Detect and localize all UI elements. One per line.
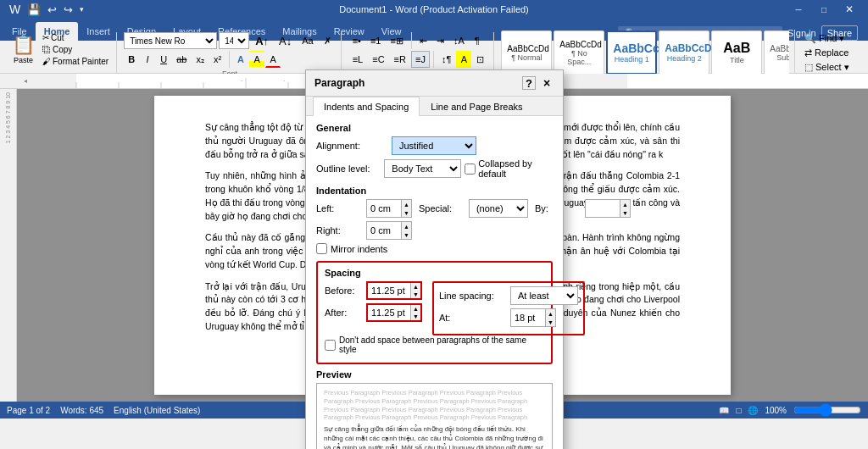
subscript-button[interactable]: x₂ xyxy=(192,51,209,68)
style-subtitle[interactable]: AaBbCcDd Subtitle xyxy=(764,30,789,75)
sort-button[interactable]: ↕A xyxy=(449,32,469,49)
left-indent-down[interactable]: ▼ xyxy=(402,208,411,217)
print-layout-button[interactable]: □ xyxy=(736,406,741,415)
grow-font-button[interactable]: A↑ xyxy=(251,32,273,49)
collapsed-checkbox[interactable] xyxy=(465,164,476,175)
zoom-slider[interactable] xyxy=(793,405,861,415)
indentation-section: Indentation Left: ▲ ▼ Special: xyxy=(316,186,553,254)
preview-section: Preview Previous Paragraph Previous Para… xyxy=(316,369,553,419)
copy-button[interactable]: ⿻ Copy xyxy=(40,44,111,55)
before-input[interactable] xyxy=(368,283,410,298)
minimize-button[interactable]: ─ xyxy=(787,0,810,19)
save-icon[interactable]: 💾 xyxy=(25,2,43,18)
right-indent-input[interactable] xyxy=(367,222,401,239)
styles-row: AaBbCcDd ¶ Normal AaBbCcDd ¶ No Spac... … xyxy=(501,30,789,75)
numbering-button[interactable]: ≡1 xyxy=(366,32,386,49)
quick-access-toolbar: W 💾 ↩ ↪ ▾ xyxy=(7,1,86,18)
after-label: After: xyxy=(325,308,363,318)
shading-button[interactable]: A xyxy=(456,51,471,68)
outline-select[interactable]: Body Text xyxy=(384,159,461,178)
before-up[interactable]: ▲ xyxy=(411,283,420,291)
borders-button[interactable]: ⊡ xyxy=(472,51,488,68)
by-up[interactable]: ▲ xyxy=(620,200,630,208)
at-input[interactable] xyxy=(511,309,545,326)
replace-button[interactable]: ⇄ Replace xyxy=(802,47,860,59)
increase-indent-button[interactable]: ⇥ xyxy=(432,32,448,49)
align-left-button[interactable]: ≡L xyxy=(348,51,368,68)
bold-button[interactable]: B xyxy=(124,51,139,68)
clear-format-button[interactable]: ✗ xyxy=(320,32,336,49)
bullets-button[interactable]: ≡• xyxy=(348,32,365,49)
at-down[interactable]: ▼ xyxy=(546,318,555,326)
line-spacing-button[interactable]: ↕¶ xyxy=(437,51,455,68)
paste-button[interactable]: 📋 Paste xyxy=(8,32,38,73)
font-size-select[interactable]: 14 xyxy=(219,32,249,49)
style-normal[interactable]: AaBbCcDd ¶ Normal xyxy=(501,30,552,75)
line-spacing-row: Line spacing: At least xyxy=(439,286,578,305)
restore-button[interactable]: □ xyxy=(812,0,836,19)
special-select[interactable]: (none) xyxy=(469,199,528,218)
right-indent-down[interactable]: ▼ xyxy=(402,230,411,239)
select-button[interactable]: ⬚ Select ▾ xyxy=(802,61,860,74)
separator xyxy=(433,51,434,68)
by-input[interactable] xyxy=(586,200,620,217)
dialog-help-icon[interactable]: ? xyxy=(522,76,536,90)
show-marks-button[interactable]: ¶ xyxy=(470,32,485,49)
font-name-select[interactable]: Times New Ro xyxy=(124,32,217,49)
web-layout-button[interactable]: 🌐 xyxy=(748,406,758,415)
undo-icon[interactable]: ↩ xyxy=(45,2,59,18)
cut-button[interactable]: ✂ Cut xyxy=(40,32,111,43)
at-spin: ▲ ▼ xyxy=(510,308,556,327)
text-highlight-button[interactable]: A xyxy=(249,51,264,68)
dont-add-space-checkbox[interactable] xyxy=(325,340,336,351)
right-indent-spin: ▲ ▼ xyxy=(366,221,412,240)
change-case-button[interactable]: Aa xyxy=(298,32,317,49)
left-indent-up[interactable]: ▲ xyxy=(402,200,411,208)
mirror-indents-checkbox[interactable] xyxy=(316,243,327,254)
close-button[interactable]: ✕ xyxy=(837,0,861,19)
dialog-close-button[interactable]: × xyxy=(539,75,554,91)
right-indent-row: Right: ▲ ▼ xyxy=(316,221,553,240)
multilevel-button[interactable]: ≡⊞ xyxy=(387,32,408,49)
justify-button[interactable]: ≡J xyxy=(411,51,430,68)
replace-icon: ⇄ xyxy=(804,47,812,58)
customize-qat-icon[interactable]: ▾ xyxy=(77,3,86,15)
right-indent-up[interactable]: ▲ xyxy=(402,222,411,230)
outline-row: Outline level: Body Text Collapsed by de… xyxy=(316,158,553,179)
after-up[interactable]: ▲ xyxy=(411,305,420,313)
underline-button[interactable]: U xyxy=(156,51,171,68)
shrink-font-button[interactable]: A↓ xyxy=(275,32,296,49)
redo-icon[interactable]: ↪ xyxy=(61,2,75,18)
style-title[interactable]: AaB Title xyxy=(711,30,762,75)
align-center-button[interactable]: ≡C xyxy=(368,51,388,68)
alignment-select[interactable]: Justified xyxy=(392,136,476,155)
find-icon: 🔍 xyxy=(804,33,816,44)
by-down[interactable]: ▼ xyxy=(620,208,630,217)
decrease-indent-button[interactable]: ⇤ xyxy=(415,32,431,49)
font-color-button[interactable]: A xyxy=(265,51,281,68)
dialog-tab-line-page-breaks[interactable]: Line and Page Breaks xyxy=(420,97,533,116)
read-mode-button[interactable]: 📖 xyxy=(719,406,729,415)
left-indent-input[interactable] xyxy=(367,200,401,217)
find-button[interactable]: 🔍 Find ▾ xyxy=(802,32,860,45)
before-down[interactable]: ▼ xyxy=(411,291,420,298)
italic-button[interactable]: I xyxy=(140,51,155,68)
align-right-button[interactable]: ≡R xyxy=(390,51,410,68)
dialog-tab-indents-spacing[interactable]: Indents and Spacing xyxy=(313,97,420,116)
after-input[interactable] xyxy=(368,305,410,320)
style-no-space[interactable]: AaBbCcDd ¶ No Spac... xyxy=(554,30,604,75)
line-spacing-select[interactable]: At least xyxy=(510,286,578,305)
superscript-button[interactable]: x² xyxy=(209,51,225,68)
left-indent-row: Left: ▲ ▼ xyxy=(316,199,412,218)
indentation-label: Indentation xyxy=(316,186,553,196)
title-bar: W 💾 ↩ ↪ ▾ Document1 - Word (Product Acti… xyxy=(0,0,868,19)
style-heading2[interactable]: AaBbCcDd Heading 2 xyxy=(659,30,709,75)
at-up[interactable]: ▲ xyxy=(546,309,555,318)
format-painter-button[interactable]: 🖌 Format Painter xyxy=(40,56,111,67)
style-heading1[interactable]: AaBbCc Heading 1 xyxy=(606,30,657,75)
text-effects-button[interactable]: A xyxy=(233,51,248,68)
page-count: Page 1 of 2 xyxy=(7,406,50,415)
after-down[interactable]: ▼ xyxy=(411,313,420,320)
strikethrough-button[interactable]: ab xyxy=(172,51,191,68)
title-bar-controls: ─ □ ✕ xyxy=(787,0,861,19)
